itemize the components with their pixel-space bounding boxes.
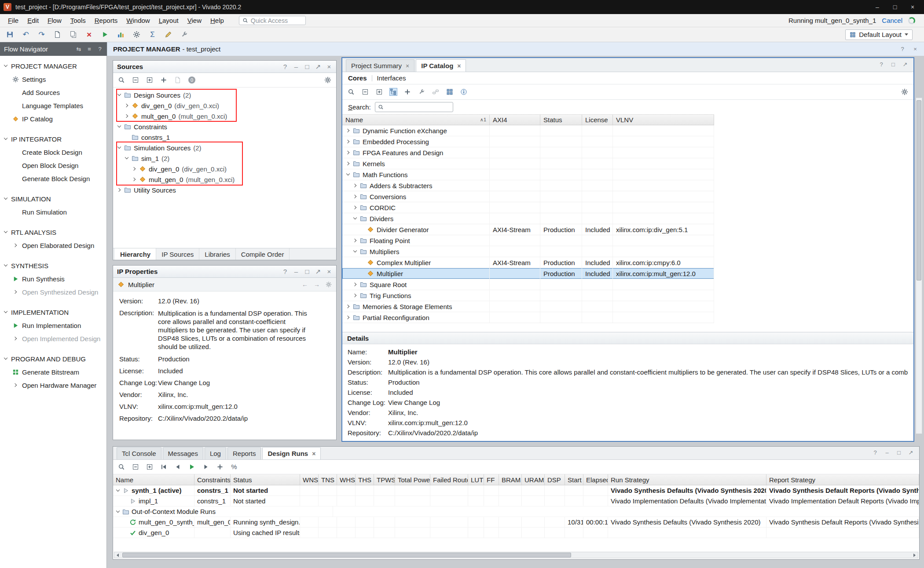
- menu-file[interactable]: File: [4, 15, 23, 26]
- run-row-out-of-context-module-runs[interactable]: Out-of-Context Module Runs: [113, 506, 919, 517]
- flow-section-header-ip-integrator[interactable]: IP INTEGRATOR: [0, 132, 106, 146]
- runs-column-failed-routes[interactable]: Failed Routes: [430, 474, 468, 485]
- chevron-right-icon[interactable]: [353, 282, 357, 287]
- settings-icon[interactable]: [324, 76, 331, 84]
- field-value[interactable]: Production: [158, 355, 190, 363]
- scrollbar-thumb[interactable]: [122, 553, 571, 557]
- source-tree-item-constrs-1[interactable]: constrs_1: [114, 132, 336, 142]
- chevron-right-icon[interactable]: [346, 150, 350, 155]
- menu-icon[interactable]: ≡: [86, 46, 92, 52]
- chevron-right-icon[interactable]: [13, 383, 18, 387]
- dock-toggle-icon[interactable]: ⇆: [76, 46, 82, 52]
- catalog-row-multiplier[interactable]: MultiplierProductionIncludedxilinx.com:i…: [342, 268, 714, 279]
- maximize-icon[interactable]: ↗: [908, 450, 914, 456]
- runs-column-lut[interactable]: LUT: [468, 474, 484, 485]
- source-tree-item-mult-gen-0[interactable]: mult_gen_0 (mult_gen_0.xci): [114, 111, 336, 121]
- runs-column-name[interactable]: Name: [113, 474, 194, 485]
- sidebar-item-create-block-design[interactable]: Create Block Design: [0, 146, 106, 159]
- source-tree-item-simulation-sources[interactable]: Simulation Sources (2): [114, 142, 336, 153]
- expand-all-icon[interactable]: [146, 463, 153, 470]
- disable-core-icon[interactable]: [432, 88, 439, 95]
- chevron-down-icon[interactable]: [4, 230, 8, 234]
- close-tab-icon[interactable]: ×: [406, 62, 409, 69]
- sources-tab-ip-sources[interactable]: IP Sources: [156, 248, 199, 260]
- source-tree-item-sim-1[interactable]: sim_1 (2): [114, 153, 336, 164]
- collapse-all-icon[interactable]: [362, 88, 369, 95]
- field-value[interactable]: View Change Log: [388, 399, 440, 406]
- sources-tab-hierarchy[interactable]: Hierarchy: [115, 248, 156, 260]
- chevron-right-icon[interactable]: [346, 315, 350, 320]
- minimize-icon[interactable]: –: [884, 450, 890, 456]
- menu-reports[interactable]: Reports: [90, 15, 122, 26]
- package-icon[interactable]: [446, 88, 453, 95]
- menu-tools[interactable]: Tools: [66, 15, 90, 26]
- catalog-row-divider-generator[interactable]: Divider GeneratorAXI4-StreamProductionIn…: [342, 224, 714, 235]
- chevron-right-icon[interactable]: [353, 238, 357, 243]
- runs-column-whs[interactable]: WHS: [337, 474, 356, 485]
- chevron-right-icon[interactable]: [125, 103, 129, 108]
- search-icon[interactable]: [348, 88, 355, 95]
- sidebar-item-language-templates[interactable]: Language Templates: [0, 99, 106, 112]
- editor-tab-ip-catalog[interactable]: IP Catalog×: [416, 59, 466, 72]
- source-tree-item-div-gen-0[interactable]: div_gen_0 (div_gen_0.xci): [114, 100, 336, 111]
- catalog-row-conversions[interactable]: Conversions: [342, 191, 714, 202]
- close-tab-icon[interactable]: ×: [457, 62, 461, 69]
- play-icon[interactable]: [188, 463, 195, 470]
- runs-column-ff[interactable]: FF: [484, 474, 499, 485]
- runs-column-start[interactable]: Start: [565, 474, 583, 485]
- source-tree-item-constraints[interactable]: Constraints: [114, 121, 336, 132]
- runs-column-run-strategy[interactable]: Run Strategy: [608, 474, 766, 485]
- bottom-tab-log[interactable]: Log: [205, 447, 226, 459]
- stop-icon[interactable]: ×: [85, 31, 93, 38]
- catalog-row-memories-storage-elements[interactable]: Memories & Storage Elements: [342, 301, 714, 312]
- scroll-right-button[interactable]: [911, 552, 918, 558]
- chevron-down-icon[interactable]: [4, 357, 8, 361]
- scroll-left-button[interactable]: [114, 552, 121, 558]
- flow-section-header-program-and-debug[interactable]: PROGRAM AND DEBUG: [0, 352, 106, 365]
- run-row-div-gen-0[interactable]: div_gen_0Using cached IP results: [113, 528, 919, 538]
- add-ip-icon[interactable]: [404, 88, 411, 95]
- runs-column-tpws[interactable]: TPWS: [374, 474, 395, 485]
- catalog-row-partial-reconfiguration[interactable]: Partial Reconfiguration: [342, 312, 714, 323]
- forward-icon[interactable]: →: [314, 281, 320, 288]
- chevron-right-icon[interactable]: [117, 188, 121, 192]
- chevron-down-icon[interactable]: [117, 124, 121, 129]
- chevron-right-icon[interactable]: [125, 114, 129, 118]
- run-row-synth-1-active[interactable]: synth_1 (active)constrs_1Not startedViva…: [113, 485, 919, 496]
- sidebar-item-settings[interactable]: Settings: [0, 73, 106, 86]
- flow-section-header-simulation[interactable]: SIMULATION: [0, 192, 106, 205]
- info-icon[interactable]: [460, 88, 467, 95]
- chevron-down-icon[interactable]: [117, 146, 121, 150]
- runs-column-status[interactable]: Status: [231, 474, 300, 485]
- layout-selector-dropdown[interactable]: Default Layout: [845, 29, 913, 40]
- runs-column-wns[interactable]: WNS: [300, 474, 319, 485]
- minimize-icon[interactable]: –: [293, 269, 299, 275]
- column-header-name[interactable]: Name∧1: [342, 115, 490, 125]
- add-icon[interactable]: [160, 76, 167, 84]
- subtab-interfaces[interactable]: Interfaces: [377, 74, 406, 82]
- bottom-tab-reports[interactable]: Reports: [227, 447, 261, 459]
- runs-column-report-strategy[interactable]: Report Strategy: [766, 474, 919, 485]
- chevron-right-icon[interactable]: [13, 336, 18, 341]
- step-back-icon[interactable]: [174, 463, 181, 470]
- menu-layout[interactable]: Layout: [154, 15, 183, 26]
- catalog-row-complex-multiplier[interactable]: Complex MultiplierAXI4-StreamProductionI…: [342, 257, 714, 268]
- quick-access-search[interactable]: Quick Access: [239, 16, 306, 25]
- expand-all-icon[interactable]: [376, 88, 383, 95]
- close-icon[interactable]: ×: [326, 269, 332, 275]
- sidebar-item-add-sources[interactable]: Add Sources: [0, 86, 106, 99]
- skip-start-icon[interactable]: [160, 463, 167, 470]
- runs-column-dsp[interactable]: DSP: [545, 474, 565, 485]
- sidebar-item-open-block-design[interactable]: Open Block Design: [0, 159, 106, 172]
- runs-column-total-power[interactable]: Total Power: [395, 474, 430, 485]
- editor-tab-project-summary[interactable]: Project Summary×: [346, 59, 414, 72]
- percent-icon[interactable]: %: [231, 463, 238, 470]
- help-icon[interactable]: ?: [282, 269, 288, 275]
- column-header-status[interactable]: Status: [540, 115, 582, 125]
- minimize-button[interactable]: –: [869, 1, 885, 13]
- column-header-license[interactable]: License: [582, 115, 613, 125]
- sidebar-item-ip-catalog[interactable]: IP Catalog: [0, 112, 106, 125]
- close-button[interactable]: ×: [905, 1, 920, 13]
- subtab-cores[interactable]: Cores: [348, 74, 367, 82]
- column-header-vlnv[interactable]: VLNV: [613, 115, 714, 125]
